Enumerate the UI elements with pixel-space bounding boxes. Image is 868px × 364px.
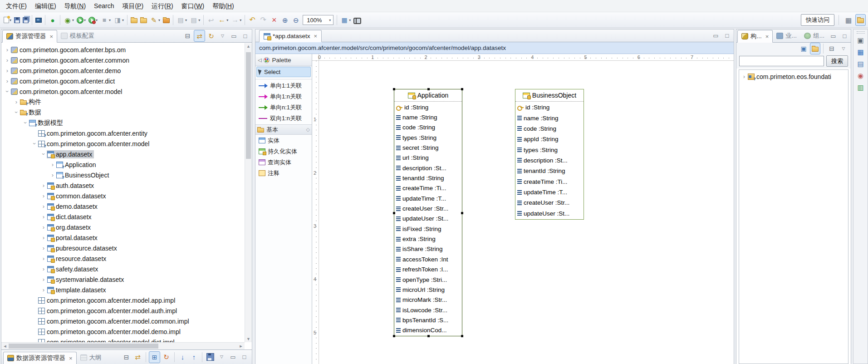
dropdown-arrow-icon[interactable]: ▾ [122, 18, 124, 22]
open-wizard-icon[interactable] [129, 14, 139, 26]
palette-tool-note[interactable]: 注释 [256, 168, 311, 178]
expander-icon[interactable]: › [5, 89, 10, 95]
prev-annotation-icon[interactable]: ▤▾ [188, 14, 201, 26]
attribute-row[interactable]: bpsTenantId :S... [394, 315, 462, 325]
console-view-icon[interactable]: ▦ [855, 47, 866, 57]
expander-icon[interactable]: › [40, 193, 47, 199]
attribute-row[interactable]: createTime :Ti... [394, 183, 462, 193]
tree-item[interactable]: ›com.primeton.gocom.afcenter.model [1, 86, 245, 97]
expander-icon[interactable]: › [40, 235, 47, 241]
minimize-icon[interactable]: ▭ [711, 30, 721, 42]
open-perspective-icon[interactable]: ▦ [843, 14, 854, 26]
dropdown-arrow-icon[interactable]: ▾ [109, 18, 111, 22]
menu-item[interactable]: 项目(P) [118, 0, 147, 12]
search-input[interactable] [739, 56, 824, 66]
tree-item[interactable]: ›数据 [1, 107, 245, 118]
minimize-icon[interactable]: ▭ [228, 351, 238, 363]
tree-item[interactable]: ›com.primeton.gocom.afcenter.model [1, 138, 245, 149]
tree-item[interactable]: ›systemvariable.datasetx [1, 274, 245, 285]
tree-item[interactable]: com.primeton.gocom.afcenter.model.auth.i… [1, 305, 245, 316]
expander-icon[interactable]: › [40, 287, 47, 293]
attribute-row[interactable]: createUser :Str... [394, 203, 462, 213]
dropdown-arrow-icon[interactable]: ▾ [349, 18, 351, 22]
scroll-right-icon[interactable]: ▸ [237, 343, 245, 349]
tree-mode-icon[interactable]: ⊞ [149, 351, 160, 363]
expander-icon[interactable]: › [40, 214, 47, 220]
menu-item[interactable]: 编辑(E) [31, 0, 60, 12]
attribute-row[interactable]: openType :Stri... [394, 275, 462, 285]
tree-item[interactable]: ›com.primeton.eos.foundati [739, 71, 848, 82]
tree-item[interactable]: com.primeton.gocom.afcenter.model.app.im… [1, 295, 245, 305]
palette-tool-relation[interactable]: 双向1:n关联 [256, 113, 311, 123]
maximize-icon[interactable]: □ [722, 30, 732, 42]
view-tab[interactable]: 构...× [737, 30, 773, 43]
attribute-row[interactable]: createTime :Ti... [515, 177, 584, 187]
attribute-row[interactable]: isFixed :String [394, 224, 462, 234]
zoom-out-icon[interactable]: ⊖ [290, 14, 301, 26]
expander-icon[interactable]: › [4, 47, 10, 53]
palette-tool-query[interactable]: 查询实体 [256, 157, 311, 167]
attribute-row[interactable]: microUrl :String [394, 285, 462, 295]
resize-handle[interactable] [393, 88, 395, 90]
tree-item[interactable]: ›pubresource.datasetx [1, 243, 245, 253]
expander-icon[interactable]: › [49, 162, 56, 167]
delete-icon[interactable]: × [269, 14, 280, 26]
tree-item[interactable]: ›com.primeton.gocom.afcenter.common [1, 55, 245, 65]
debug-icon[interactable]: ◉▾ [62, 14, 75, 26]
collapse-all-icon[interactable]: ⊟ [182, 30, 193, 42]
link-with-editor-icon[interactable]: ⇄ [194, 30, 205, 42]
resize-handle[interactable] [427, 335, 430, 337]
attribute-row[interactable]: id :String [515, 102, 584, 113]
expander-icon[interactable]: › [41, 151, 47, 157]
collapse-all-icon[interactable]: ⊟ [121, 351, 132, 363]
java-perspective-icon[interactable] [855, 14, 866, 26]
run-icon[interactable]: ▾ [75, 14, 87, 26]
resize-handle[interactable] [461, 212, 463, 214]
last-edit-location-icon[interactable]: ↩ [206, 14, 216, 26]
undo-icon[interactable]: ↶ [247, 14, 258, 26]
maximize-icon[interactable]: □ [839, 30, 850, 42]
forward-icon[interactable]: →▾ [230, 14, 243, 26]
expander-icon[interactable]: › [49, 172, 56, 178]
run-last-icon[interactable]: ▾ [87, 14, 99, 26]
back-icon[interactable]: ←▾ [216, 14, 230, 26]
view-tab[interactable]: 模板配置 [57, 30, 98, 42]
refresh-icon[interactable]: ↻ [206, 30, 216, 42]
attribute-row[interactable]: name :String [515, 113, 584, 123]
scroll-left-icon[interactable]: ◂ [1, 343, 9, 349]
attribute-row[interactable]: types :String [394, 133, 462, 143]
console-icon[interactable] [34, 14, 43, 26]
attribute-row[interactable]: url :String [394, 153, 462, 163]
tree-item[interactable]: ›org.datasetx [1, 222, 245, 232]
attribute-row[interactable]: createUser :Str... [515, 197, 584, 208]
attribute-row[interactable]: extra :String [394, 234, 462, 244]
resize-handle[interactable] [461, 335, 463, 337]
collapse-all-icon[interactable]: ⊟ [826, 43, 837, 54]
entity-businessobject[interactable]: BusinessObjectid :Stringname :Stringcode… [515, 89, 584, 220]
menu-item[interactable]: 导航(N) [60, 0, 90, 12]
zoom-in-icon[interactable]: ⊕ [280, 14, 290, 26]
breadcrumb[interactable]: com.primeton.gocom.afcenter.model/src/co… [255, 42, 734, 54]
collapse-palette-icon[interactable]: ◁ [258, 57, 261, 63]
diagram-canvas[interactable]: Applicationid :Stringname :Stringcode :S… [319, 61, 734, 364]
palette-drawer-basic[interactable]: 基本◇ [255, 124, 312, 135]
attribute-row[interactable]: microMark :Str... [394, 295, 462, 305]
tree-item[interactable]: ›resource.datasetx [1, 253, 245, 264]
editor-tab-app-datasetx[interactable]: *app.datasetx × [259, 30, 322, 42]
resize-handle[interactable] [393, 212, 395, 214]
view-tab[interactable]: 业... [773, 30, 800, 42]
tree-item[interactable]: ›dict.datasetx [1, 212, 245, 222]
attribute-row[interactable]: refreshToken :I... [394, 265, 462, 275]
view-tab[interactable]: 资源管理器× [2, 30, 57, 43]
tree-item[interactable]: ›BusinessObject [1, 170, 245, 180]
team-view-icon[interactable]: ◉ [855, 71, 866, 81]
expander-icon[interactable]: › [4, 57, 10, 63]
tree-item[interactable]: ›com.primeton.gocom.afcenter.demo [1, 65, 245, 76]
palette-tool-relation[interactable]: 单向n:1关联 [256, 102, 311, 113]
tree-item[interactable]: ›构件 [1, 97, 245, 107]
new-icon[interactable]: ▾ [2, 14, 13, 26]
expander-icon[interactable]: › [40, 182, 47, 188]
attribute-row[interactable]: types :String [515, 144, 584, 155]
minimize-icon[interactable]: ▭ [229, 30, 239, 42]
tree-item[interactable]: ›com.primeton.gocom.afcenter.dict [1, 76, 245, 86]
